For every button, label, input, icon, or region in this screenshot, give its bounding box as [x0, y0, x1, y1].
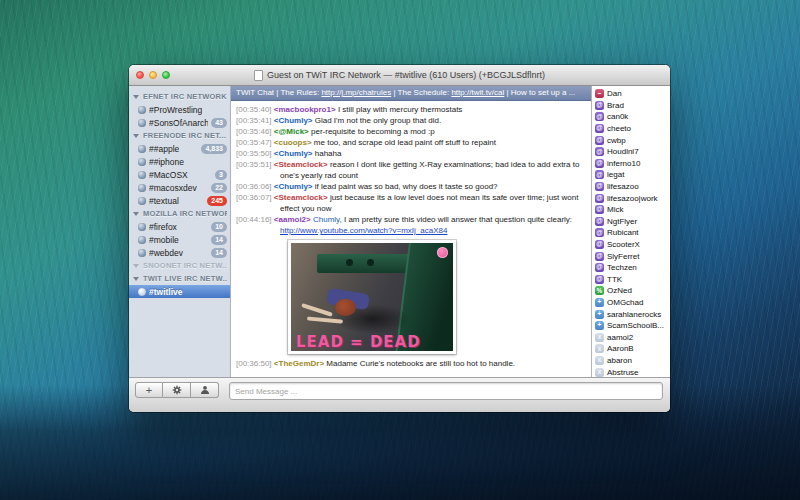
zoom-button[interactable]: [162, 71, 170, 79]
user-mode-badge-icon: x: [595, 356, 604, 365]
disclosure-triangle-icon[interactable]: [133, 212, 139, 216]
user-nickname: ScooterX: [607, 240, 640, 249]
timestamp: [00:36:06]: [236, 182, 272, 191]
user-list-item[interactable]: @ inferno10: [595, 158, 670, 170]
close-button[interactable]: [136, 71, 144, 79]
sidebar-row-label: TWIT LIVE IRC NETW...: [143, 274, 227, 283]
message-text: if lead paint was so bad, why does it ta…: [315, 182, 498, 191]
nickname: <Steamclock>: [274, 193, 328, 202]
user-nickname: Abstruse: [607, 368, 639, 377]
user-list-item[interactable]: @ NgtFlyer: [595, 216, 670, 228]
sidebar-row[interactable]: EFNET IRC NETWORK: [129, 90, 230, 103]
user-list-item[interactable]: @ cwbp: [595, 134, 670, 146]
sidebar-row[interactable]: SNOONET IRC NETW...: [129, 259, 230, 272]
user-list-item[interactable]: @ TTK: [595, 274, 670, 286]
sidebar-row[interactable]: #MacOSX 3: [129, 168, 230, 181]
unread-count-badge: 22: [211, 183, 227, 193]
user-nickname: Houdini7: [607, 147, 639, 156]
timestamp: [00:36:50]: [236, 359, 272, 368]
user-list-item[interactable]: @ SlyFerret: [595, 250, 670, 262]
nickname: <macbookpro1>: [274, 105, 336, 114]
user-list-item[interactable]: x AaronB: [595, 343, 670, 355]
user-nickname: cwbp: [607, 136, 626, 145]
user-list-item[interactable]: + OMGchad: [595, 297, 670, 309]
sidebar-row[interactable]: #SonsOfAnarchy 43: [129, 116, 230, 129]
user-list-item[interactable]: @ lifesazoo|work: [595, 192, 670, 204]
channel-icon: [138, 158, 146, 166]
user-nickname: Brad: [607, 101, 624, 110]
sidebar-row[interactable]: #webdev 14: [129, 246, 230, 259]
user-mode-badge-icon: x: [595, 344, 604, 353]
user-nickname: can0k: [607, 112, 628, 121]
timestamp: [00:35:40]: [236, 105, 272, 114]
person-icon: [200, 385, 210, 395]
sidebar-row[interactable]: TWIT LIVE IRC NETW...: [129, 272, 230, 285]
nickname: <Chumly>: [274, 149, 313, 158]
user-list-item[interactable]: x Abstruse: [595, 366, 670, 377]
user-nickname: AaronB: [607, 344, 634, 353]
user-list-item[interactable]: @ Techzen: [595, 262, 670, 274]
user-list-item[interactable]: + sarahlanerocks: [595, 308, 670, 320]
user-list-item[interactable]: @ Rubicant: [595, 227, 670, 239]
pink-face-logo-icon: [437, 247, 448, 258]
user-list-toggle-button[interactable]: [191, 382, 219, 398]
user-list-item[interactable]: @ can0k: [595, 111, 670, 123]
message-input[interactable]: [229, 382, 663, 400]
window-titlebar[interactable]: Guest on TWiT IRC Network — #twitlive (6…: [129, 65, 670, 86]
unread-count-badge: 43: [211, 118, 227, 128]
chat-message: [00:36:50] <TheGemDr> Madame Curie's not…: [236, 358, 583, 369]
user-mode-badge-icon: @: [595, 159, 604, 168]
sidebar-row[interactable]: ##apple 4,833: [129, 142, 230, 155]
user-list-item[interactable]: @ Houdini7: [595, 146, 670, 158]
user-list-item[interactable]: @ Mick: [595, 204, 670, 216]
sidebar-row[interactable]: MOZILLA IRC NETWORK: [129, 207, 230, 220]
sidebar-row-label: #twitlive: [149, 287, 183, 297]
user-mode-badge-icon: @: [595, 217, 604, 226]
user-mode-badge-icon: @: [595, 112, 604, 121]
toolbar-segmented-control: +: [135, 382, 219, 398]
message-link[interactable]: http://www.youtube.com/watch?v=mxIj_acaX…: [280, 225, 583, 236]
image-caption: LEAD = DEAD: [296, 337, 421, 348]
sidebar-row[interactable]: #textual 245: [129, 194, 230, 207]
disclosure-triangle-icon[interactable]: [133, 277, 139, 281]
unread-count-badge: 4,833: [201, 144, 227, 154]
user-list-item[interactable]: x aamoi2: [595, 331, 670, 343]
disclosure-triangle-icon[interactable]: [133, 134, 139, 138]
sidebar-row[interactable]: #mobile 14: [129, 233, 230, 246]
message-text: I am pretty sure this video will answer …: [342, 215, 572, 224]
nickname: <@Mick>: [274, 127, 309, 136]
sidebar-row[interactable]: ##iphone: [129, 155, 230, 168]
nickname: <aamoi2>: [274, 215, 311, 224]
add-button[interactable]: +: [135, 382, 163, 398]
sidebar-row[interactable]: #twitlive: [129, 285, 230, 298]
sidebar-row[interactable]: #firefox 10: [129, 220, 230, 233]
disclosure-triangle-icon[interactable]: [133, 95, 139, 99]
sidebar-row[interactable]: #ProWrestling: [129, 103, 230, 116]
user-nickname: OMGchad: [607, 298, 643, 307]
user-list-item[interactable]: + ScamSchoolB...: [595, 320, 670, 332]
user-list-item[interactable]: x abaron: [595, 355, 670, 367]
sidebar-row[interactable]: FREENODE IRC NET...: [129, 129, 230, 142]
user-list-item[interactable]: @ cheeto: [595, 123, 670, 135]
minimize-button[interactable]: [149, 71, 157, 79]
irc-client-window: Guest on TWiT IRC Network — #twitlive (6…: [129, 65, 670, 412]
nickname: <Chumly>: [274, 182, 313, 191]
user-mode-badge-icon: @: [595, 263, 604, 272]
user-list-item[interactable]: @ lifesazoo: [595, 181, 670, 193]
user-list-item[interactable]: % OzNed: [595, 285, 670, 297]
user-list-item[interactable]: ~ Dan: [595, 88, 670, 100]
sidebar-row[interactable]: #macosxdev 22: [129, 181, 230, 194]
disclosure-triangle-icon[interactable]: [133, 264, 139, 268]
user-list-item[interactable]: @ ScooterX: [595, 239, 670, 251]
settings-gear-button[interactable]: [163, 382, 191, 398]
user-list-item[interactable]: @ Brad: [595, 100, 670, 112]
channel-icon: [138, 184, 146, 192]
unread-count-badge: 14: [211, 248, 227, 258]
topic-segment: http://twit.tv/cal: [451, 88, 504, 97]
user-mode-badge-icon: @: [595, 147, 604, 156]
chat-message: [00:36:06] <Chumly> if lead paint was so…: [236, 181, 583, 192]
user-nickname: Rubicant: [607, 228, 639, 237]
user-list-item[interactable]: @ legat: [595, 169, 670, 181]
channel-icon: [138, 223, 146, 231]
inline-image-attachment[interactable]: LEAD = DEAD: [288, 240, 456, 354]
